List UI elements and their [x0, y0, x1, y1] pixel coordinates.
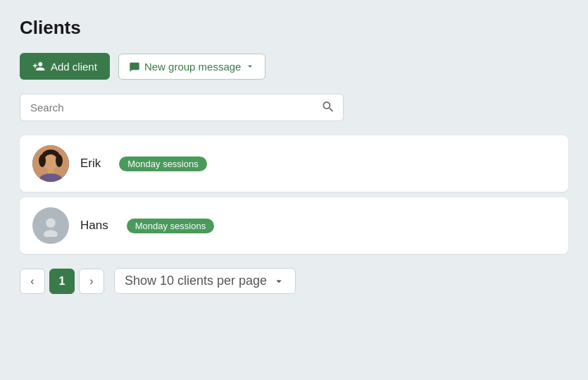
client-list: Erik Monday sessions Hans Monday session… [20, 135, 568, 254]
table-row: Hans Monday sessions [20, 197, 568, 254]
table-row: Erik Monday sessions [20, 135, 568, 192]
new-group-message-button[interactable]: New group message [118, 54, 266, 80]
next-page-button[interactable]: › [79, 269, 104, 294]
client-tag: Monday sessions [127, 219, 214, 233]
add-client-button[interactable]: Add client [20, 53, 110, 80]
toolbar: Add client New group message [20, 53, 568, 80]
client-tag: Monday sessions [119, 157, 206, 171]
avatar [32, 145, 69, 182]
svg-point-2 [44, 154, 58, 170]
page-number: 1 [59, 275, 65, 288]
chevron-down-icon [273, 275, 285, 288]
svg-point-4 [56, 154, 63, 167]
svg-point-8 [46, 219, 56, 228]
search-container [20, 94, 344, 121]
search-button[interactable] [321, 99, 335, 116]
group-message-label: New group message [144, 61, 242, 73]
client-name: Erik [80, 157, 101, 171]
message-icon [129, 61, 140, 72]
client-name: Hans [80, 219, 108, 233]
avatar [32, 207, 69, 244]
pagination: ‹ 1 › Show 10 clients per page [20, 268, 568, 294]
person-add-icon [32, 60, 45, 73]
per-page-dropdown[interactable]: Show 10 clients per page [114, 268, 296, 294]
svg-point-3 [39, 154, 46, 167]
search-icon [321, 99, 335, 114]
per-page-label: Show 10 clients per page [125, 274, 267, 288]
chevron-right-icon: › [89, 275, 93, 288]
prev-page-button[interactable]: ‹ [20, 269, 45, 294]
add-client-label: Add client [51, 61, 97, 73]
page-title: Clients [20, 17, 568, 39]
page-1-button[interactable]: 1 [49, 269, 75, 294]
chevron-left-icon: ‹ [30, 275, 34, 288]
search-input[interactable] [20, 94, 344, 121]
svg-rect-5 [48, 168, 54, 174]
chevron-down-icon [245, 61, 255, 71]
